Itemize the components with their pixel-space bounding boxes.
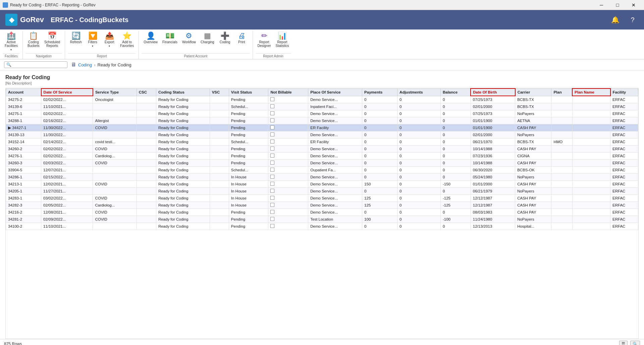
table-row[interactable]: 34281-202/09/2022...COVIDReady for Codin… (6, 216, 638, 223)
breadcrumb-coding[interactable]: Coding (78, 62, 92, 67)
logo-area: ◆ GoRev (5, 14, 44, 26)
col-carrier[interactable]: Carrier (515, 89, 551, 96)
col-coding-status[interactable]: Coding Status (156, 89, 210, 96)
col-date-of-service[interactable]: Date Of Service (41, 89, 93, 96)
not-billable-checkbox[interactable] (270, 175, 274, 179)
table-row[interactable]: 34286-102/15/2022...Ready for CodingIn H… (6, 173, 638, 180)
financials-button[interactable]: 💵 Financials (160, 31, 179, 45)
col-plan-name[interactable]: Plan Name (572, 89, 610, 96)
col-payments[interactable]: Payments (362, 89, 397, 96)
export-button[interactable]: 📤 Export ▾ (101, 31, 117, 49)
cell-dos: 11/30/2022... (41, 124, 93, 131)
not-billable-checkbox[interactable] (270, 161, 274, 165)
not-billable-checkbox[interactable] (270, 147, 274, 151)
cell-dob: 08/03/1983 (471, 209, 515, 216)
cell-account: 34260-2 (6, 145, 41, 152)
table-row[interactable]: 34139-611/10/2021...Ready for CodingSche… (6, 103, 638, 110)
cell-dob: 02/01/2000 (471, 131, 515, 138)
not-billable-checkbox[interactable] (270, 217, 274, 221)
refresh-button[interactable]: 🔄 Refresh (68, 31, 84, 45)
table-row[interactable]: 34275-202/02/2022...OncologistReady for … (6, 96, 638, 103)
patient-account-group-label: Patient Account (142, 53, 250, 59)
not-billable-checkbox[interactable] (270, 97, 274, 101)
active-facilities-button[interactable]: 🏥 ActiveFacilities ▾ (3, 31, 20, 53)
cell-adjustments: 0 (397, 187, 441, 194)
table-row[interactable]: 34152-1402/14/2022...covid testi...Ready… (6, 138, 638, 145)
not-billable-checkbox[interactable] (270, 118, 274, 122)
not-billable-checkbox[interactable] (270, 104, 274, 108)
close-button[interactable]: ✕ (626, 0, 641, 10)
not-billable-checkbox[interactable] (270, 168, 274, 172)
col-facility[interactable]: Facility (610, 89, 638, 96)
cell-coding-status: Ready for Coding (156, 96, 210, 103)
cell-coding-status: Ready for Coding (156, 202, 210, 209)
table-row[interactable]: 34216-212/08/2021...COVIDReady for Codin… (6, 209, 638, 216)
report-statistics-button[interactable]: 📊 ReportStatistics (274, 31, 291, 49)
table-row[interactable]: 34283-103/02/2022...COVIDReady for Codin… (6, 194, 638, 202)
table-row[interactable]: 34260-202/02/2022...COVIDReady for Codin… (6, 145, 638, 152)
cell-vsc (210, 173, 229, 180)
table-row[interactable]: 34213-112/02/2021...COVIDReady for Codin… (6, 180, 638, 187)
col-place-of-service[interactable]: Place Of Service (308, 89, 362, 96)
print-button[interactable]: 🖨 Print (234, 31, 250, 45)
table-row[interactable]: 34276-102/02/2022...Cardiolog...Ready fo… (6, 152, 638, 159)
not-billable-checkbox[interactable] (270, 154, 274, 158)
table-row[interactable]: 34282-302/05/2022...Cardiolog...Ready fo… (6, 202, 638, 209)
table-row[interactable]: 34205-111/27/2021...Ready for CodingIn H… (6, 187, 638, 194)
table-row[interactable]: 34100-211/10/2021...Ready for CodingPend… (6, 223, 638, 230)
table-row[interactable]: 34139-1311/30/2022...Ready for CodingPen… (6, 131, 638, 138)
user-icon-button[interactable]: 🔔 (609, 14, 621, 26)
col-date-of-birth[interactable]: Date Of Birth (471, 89, 515, 96)
col-account[interactable]: Account (6, 89, 41, 96)
col-visit-status[interactable]: Visit Status (229, 89, 268, 96)
col-service-type[interactable]: Service Type (93, 89, 137, 96)
col-balance[interactable]: Balance (440, 89, 471, 96)
minimize-button[interactable]: ─ (594, 0, 609, 10)
not-billable-checkbox[interactable] (270, 111, 274, 115)
coding-button[interactable]: ➕ Coding (217, 31, 233, 45)
not-billable-checkbox[interactable] (270, 203, 274, 207)
not-billable-checkbox[interactable] (270, 132, 274, 136)
workflow-icon: ⚙ (185, 32, 192, 40)
search-input[interactable] (11, 62, 65, 67)
cell-adjustments: 0 (397, 180, 441, 187)
not-billable-checkbox[interactable] (270, 139, 274, 143)
search-button[interactable]: 🔍 (630, 341, 640, 345)
col-adjustments[interactable]: Adjustments (397, 89, 441, 96)
table-row[interactable]: ▶ 34427-111/30/2022...COVIDReady for Cod… (6, 124, 638, 131)
cell-carrier: NoPayers (515, 131, 551, 138)
table-row[interactable]: 34260-302/03/2022...COVIDReady for Codin… (6, 159, 638, 166)
not-billable-checkbox[interactable] (270, 125, 274, 129)
menu-button[interactable]: ☰ (619, 341, 628, 345)
report-statistics-icon: 📊 (278, 32, 287, 40)
data-table-container[interactable]: Account Date Of Service Service Type CSC… (5, 88, 639, 339)
cell-plan (551, 209, 572, 216)
not-billable-checkbox[interactable] (270, 189, 274, 193)
col-not-billable[interactable]: Not Billable (268, 89, 308, 96)
print-label: Print (238, 40, 245, 44)
col-csc[interactable]: CSC (137, 89, 156, 96)
not-billable-checkbox[interactable] (270, 182, 274, 186)
not-billable-checkbox[interactable] (270, 210, 274, 214)
coding-buckets-button[interactable]: 📋 CodingBuckets (25, 31, 42, 49)
table-row[interactable]: 33904-512/07/2021...Ready for CodingSche… (6, 166, 638, 173)
help-icon-button[interactable]: ? (627, 14, 639, 26)
cell-account: 34152-14 (6, 138, 41, 145)
cell-payments: 125 (362, 194, 397, 202)
add-favorites-button[interactable]: ⭐ Add toFavorites (118, 31, 136, 49)
col-plan[interactable]: Plan (551, 89, 572, 96)
not-billable-checkbox[interactable] (270, 224, 274, 228)
report-designer-button[interactable]: ✏ ReportDesigner (256, 31, 273, 49)
not-billable-checkbox[interactable] (270, 196, 274, 200)
table-row[interactable]: 34288-102/16/2022...AllergistReady for C… (6, 117, 638, 124)
search-box[interactable]: 🔍 (4, 61, 67, 68)
filters-button[interactable]: 🔽 Filters ▾ (85, 31, 101, 49)
cell-csc (137, 131, 156, 138)
table-row[interactable]: 34275-102/02/2022...Ready for CodingPend… (6, 110, 638, 117)
charging-button[interactable]: ▦ Charging (199, 31, 216, 45)
scheduled-reports-button[interactable]: 📅 ScheduledReports (42, 31, 62, 49)
col-vsc[interactable]: VSC (210, 89, 229, 96)
workflow-button[interactable]: ⚙ Workflow (180, 31, 198, 45)
restore-button[interactable]: □ (610, 0, 625, 10)
overview-button[interactable]: 👤 Overview (142, 31, 160, 45)
